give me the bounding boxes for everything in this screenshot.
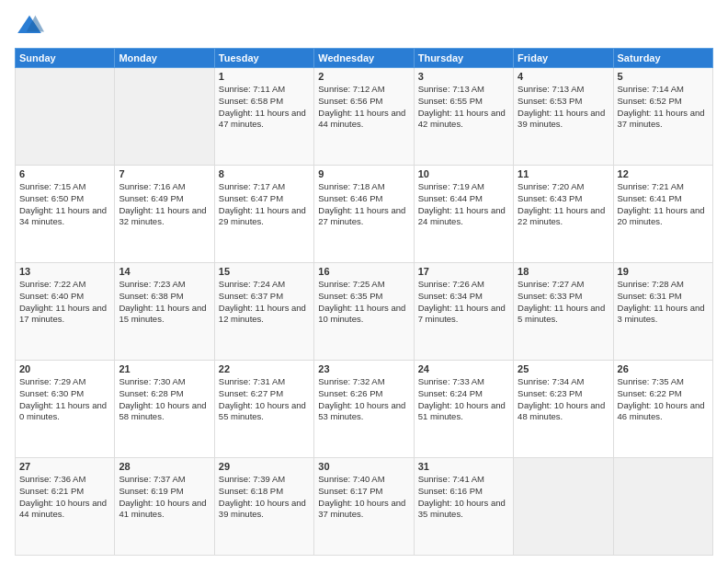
day-cell bbox=[115, 68, 214, 166]
day-number: 22 bbox=[219, 363, 310, 374]
day-number: 4 bbox=[518, 71, 609, 82]
day-cell: 20Sunrise: 7:29 AMSunset: 6:30 PMDayligh… bbox=[16, 361, 115, 458]
day-cell: 13Sunrise: 7:22 AMSunset: 6:40 PMDayligh… bbox=[16, 263, 115, 361]
day-info: Sunrise: 7:39 AMSunset: 6:18 PMDaylight:… bbox=[219, 474, 310, 521]
day-cell: 14Sunrise: 7:23 AMSunset: 6:38 PMDayligh… bbox=[115, 263, 214, 361]
day-info: Sunrise: 7:27 AMSunset: 6:33 PMDaylight:… bbox=[518, 279, 609, 326]
logo bbox=[15, 11, 48, 40]
day-info: Sunrise: 7:18 AMSunset: 6:46 PMDaylight:… bbox=[318, 181, 409, 228]
day-cell: 27Sunrise: 7:36 AMSunset: 6:21 PMDayligh… bbox=[16, 458, 115, 556]
day-number: 11 bbox=[518, 168, 609, 179]
day-cell: 30Sunrise: 7:40 AMSunset: 6:17 PMDayligh… bbox=[314, 458, 414, 556]
week-row-1: 6Sunrise: 7:15 AMSunset: 6:50 PMDaylight… bbox=[16, 166, 713, 263]
day-number: 14 bbox=[119, 266, 210, 277]
day-info: Sunrise: 7:29 AMSunset: 6:30 PMDaylight:… bbox=[19, 376, 110, 423]
day-info: Sunrise: 7:41 AMSunset: 6:16 PMDaylight:… bbox=[418, 474, 509, 521]
day-cell bbox=[613, 458, 712, 556]
day-cell: 10Sunrise: 7:19 AMSunset: 6:44 PMDayligh… bbox=[414, 166, 513, 263]
day-cell: 17Sunrise: 7:26 AMSunset: 6:34 PMDayligh… bbox=[414, 263, 513, 361]
day-number: 2 bbox=[318, 71, 409, 82]
day-cell: 15Sunrise: 7:24 AMSunset: 6:37 PMDayligh… bbox=[214, 263, 313, 361]
day-cell: 21Sunrise: 7:30 AMSunset: 6:28 PMDayligh… bbox=[115, 361, 214, 458]
day-cell: 3Sunrise: 7:13 AMSunset: 6:55 PMDaylight… bbox=[414, 68, 513, 166]
day-number: 21 bbox=[119, 363, 210, 374]
day-info: Sunrise: 7:13 AMSunset: 6:53 PMDaylight:… bbox=[518, 84, 609, 131]
day-info: Sunrise: 7:17 AMSunset: 6:47 PMDaylight:… bbox=[219, 181, 310, 228]
day-info: Sunrise: 7:34 AMSunset: 6:23 PMDaylight:… bbox=[518, 376, 609, 423]
page: SundayMondayTuesdayWednesdayThursdayFrid… bbox=[0, 0, 728, 563]
day-info: Sunrise: 7:40 AMSunset: 6:17 PMDaylight:… bbox=[318, 474, 409, 521]
day-number: 5 bbox=[618, 71, 709, 82]
week-row-2: 13Sunrise: 7:22 AMSunset: 6:40 PMDayligh… bbox=[16, 263, 713, 361]
day-info: Sunrise: 7:37 AMSunset: 6:19 PMDaylight:… bbox=[119, 474, 210, 521]
day-number: 19 bbox=[618, 266, 709, 277]
logo-icon bbox=[15, 11, 44, 40]
day-cell: 29Sunrise: 7:39 AMSunset: 6:18 PMDayligh… bbox=[214, 458, 313, 556]
day-number: 25 bbox=[518, 363, 609, 374]
day-number: 15 bbox=[219, 266, 310, 277]
day-cell: 1Sunrise: 7:11 AMSunset: 6:58 PMDaylight… bbox=[214, 68, 313, 166]
day-number: 6 bbox=[19, 168, 110, 179]
day-number: 26 bbox=[618, 363, 709, 374]
week-row-3: 20Sunrise: 7:29 AMSunset: 6:30 PMDayligh… bbox=[16, 361, 713, 458]
day-cell: 5Sunrise: 7:14 AMSunset: 6:52 PMDaylight… bbox=[613, 68, 712, 166]
day-cell: 25Sunrise: 7:34 AMSunset: 6:23 PMDayligh… bbox=[514, 361, 613, 458]
day-info: Sunrise: 7:16 AMSunset: 6:49 PMDaylight:… bbox=[119, 181, 210, 228]
day-info: Sunrise: 7:14 AMSunset: 6:52 PMDaylight:… bbox=[618, 84, 709, 131]
day-cell: 18Sunrise: 7:27 AMSunset: 6:33 PMDayligh… bbox=[514, 263, 613, 361]
day-number: 17 bbox=[418, 266, 509, 277]
day-cell: 12Sunrise: 7:21 AMSunset: 6:41 PMDayligh… bbox=[613, 166, 712, 263]
day-number: 31 bbox=[418, 461, 509, 472]
header-day-sunday: Sunday bbox=[16, 49, 115, 68]
day-info: Sunrise: 7:30 AMSunset: 6:28 PMDaylight:… bbox=[119, 376, 210, 423]
week-row-4: 27Sunrise: 7:36 AMSunset: 6:21 PMDayligh… bbox=[16, 458, 713, 556]
header-day-thursday: Thursday bbox=[414, 49, 513, 68]
day-info: Sunrise: 7:28 AMSunset: 6:31 PMDaylight:… bbox=[618, 279, 709, 326]
day-cell: 28Sunrise: 7:37 AMSunset: 6:19 PMDayligh… bbox=[115, 458, 214, 556]
day-number: 1 bbox=[219, 71, 310, 82]
day-cell: 9Sunrise: 7:18 AMSunset: 6:46 PMDaylight… bbox=[314, 166, 414, 263]
day-number: 13 bbox=[19, 266, 110, 277]
day-number: 28 bbox=[119, 461, 210, 472]
header-day-saturday: Saturday bbox=[613, 49, 712, 68]
day-cell: 23Sunrise: 7:32 AMSunset: 6:26 PMDayligh… bbox=[314, 361, 414, 458]
day-info: Sunrise: 7:12 AMSunset: 6:56 PMDaylight:… bbox=[318, 84, 409, 131]
day-cell: 16Sunrise: 7:25 AMSunset: 6:35 PMDayligh… bbox=[314, 263, 414, 361]
day-info: Sunrise: 7:24 AMSunset: 6:37 PMDaylight:… bbox=[219, 279, 310, 326]
day-cell: 7Sunrise: 7:16 AMSunset: 6:49 PMDaylight… bbox=[115, 166, 214, 263]
day-number: 9 bbox=[318, 168, 409, 179]
day-number: 7 bbox=[119, 168, 210, 179]
day-cell: 22Sunrise: 7:31 AMSunset: 6:27 PMDayligh… bbox=[214, 361, 313, 458]
day-number: 18 bbox=[518, 266, 609, 277]
day-cell: 4Sunrise: 7:13 AMSunset: 6:53 PMDaylight… bbox=[514, 68, 613, 166]
header-day-tuesday: Tuesday bbox=[214, 49, 313, 68]
day-cell: 11Sunrise: 7:20 AMSunset: 6:43 PMDayligh… bbox=[514, 166, 613, 263]
day-info: Sunrise: 7:11 AMSunset: 6:58 PMDaylight:… bbox=[219, 84, 310, 131]
day-cell: 2Sunrise: 7:12 AMSunset: 6:56 PMDaylight… bbox=[314, 68, 414, 166]
header-day-friday: Friday bbox=[514, 49, 613, 68]
header-day-wednesday: Wednesday bbox=[314, 49, 414, 68]
day-cell: 24Sunrise: 7:33 AMSunset: 6:24 PMDayligh… bbox=[414, 361, 513, 458]
day-info: Sunrise: 7:19 AMSunset: 6:44 PMDaylight:… bbox=[418, 181, 509, 228]
day-cell: 26Sunrise: 7:35 AMSunset: 6:22 PMDayligh… bbox=[613, 361, 712, 458]
day-number: 20 bbox=[19, 363, 110, 374]
day-info: Sunrise: 7:36 AMSunset: 6:21 PMDaylight:… bbox=[19, 474, 110, 521]
day-info: Sunrise: 7:32 AMSunset: 6:26 PMDaylight:… bbox=[318, 376, 409, 423]
day-number: 29 bbox=[219, 461, 310, 472]
day-info: Sunrise: 7:20 AMSunset: 6:43 PMDaylight:… bbox=[518, 181, 609, 228]
day-number: 12 bbox=[618, 168, 709, 179]
day-cell bbox=[514, 458, 613, 556]
day-info: Sunrise: 7:33 AMSunset: 6:24 PMDaylight:… bbox=[418, 376, 509, 423]
day-number: 10 bbox=[418, 168, 509, 179]
day-number: 8 bbox=[219, 168, 310, 179]
day-cell: 6Sunrise: 7:15 AMSunset: 6:50 PMDaylight… bbox=[16, 166, 115, 263]
day-info: Sunrise: 7:35 AMSunset: 6:22 PMDaylight:… bbox=[618, 376, 709, 423]
day-info: Sunrise: 7:13 AMSunset: 6:55 PMDaylight:… bbox=[418, 84, 509, 131]
calendar: SundayMondayTuesdayWednesdayThursdayFrid… bbox=[15, 48, 713, 556]
day-info: Sunrise: 7:21 AMSunset: 6:41 PMDaylight:… bbox=[618, 181, 709, 228]
day-info: Sunrise: 7:25 AMSunset: 6:35 PMDaylight:… bbox=[318, 279, 409, 326]
header bbox=[15, 11, 713, 40]
day-cell: 19Sunrise: 7:28 AMSunset: 6:31 PMDayligh… bbox=[613, 263, 712, 361]
day-number: 16 bbox=[318, 266, 409, 277]
day-number: 27 bbox=[19, 461, 110, 472]
